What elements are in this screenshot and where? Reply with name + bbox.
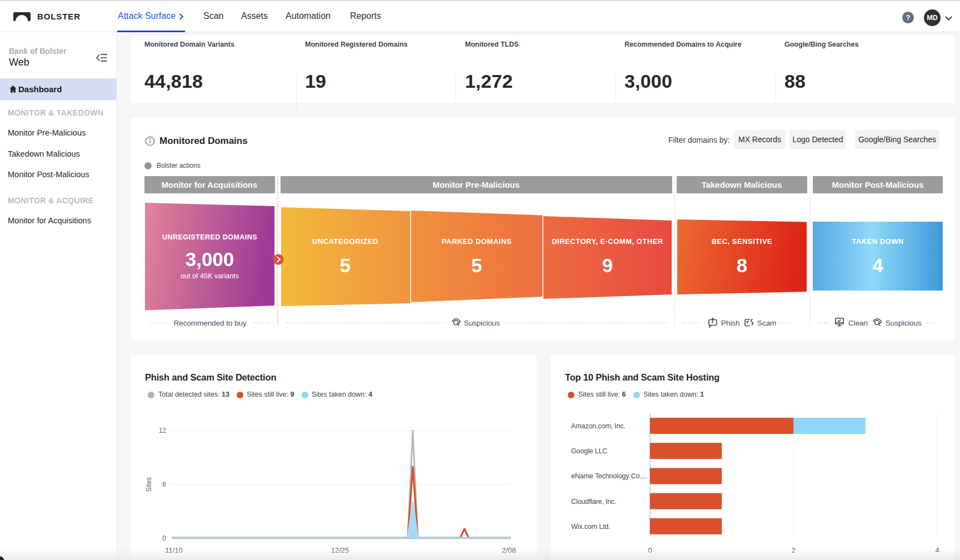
- svg-text:out of 45K variants: out of 45K variants: [181, 272, 239, 280]
- svg-text:0: 0: [648, 546, 652, 554]
- svg-text:4: 4: [935, 546, 939, 554]
- svg-text:Phish: Phish: [721, 319, 740, 327]
- svg-text:PARKED DOMAINS: PARKED DOMAINS: [442, 237, 512, 246]
- svg-text:Monitor for Acquisitions: Monitor for Acquisitions: [162, 180, 258, 189]
- svg-text:8: 8: [737, 254, 747, 276]
- svg-text:Wix.com Ltd.: Wix.com Ltd.: [571, 523, 610, 531]
- svg-text:Scam: Scam: [757, 319, 776, 327]
- svg-text:UNREGISTERED DOMAINS: UNREGISTERED DOMAINS: [162, 233, 257, 241]
- svg-text:eName Technology Co....: eName Technology Co....: [571, 472, 647, 480]
- svg-text:DIRECTORY, E-COMM, OTHER: DIRECTORY, E-COMM, OTHER: [552, 237, 663, 246]
- svg-text:Clean: Clean: [848, 319, 868, 327]
- svg-text:Sites: Sites: [145, 477, 153, 492]
- svg-text:2: 2: [791, 546, 795, 554]
- svg-text:Takedown Malicious: Takedown Malicious: [702, 180, 782, 189]
- svg-text:12/25: 12/25: [331, 546, 349, 554]
- svg-text:2/08: 2/08: [502, 546, 516, 554]
- svg-text:TAKEN DOWN: TAKEN DOWN: [852, 237, 904, 246]
- svg-text:Monitor Pre-Malicious: Monitor Pre-Malicious: [433, 180, 520, 189]
- svg-text:Suspicious: Suspicious: [886, 319, 922, 327]
- svg-text:5: 5: [471, 254, 482, 276]
- svg-text:6: 6: [162, 481, 166, 488]
- svg-text:Recommended to buy: Recommended to buy: [173, 319, 246, 327]
- svg-text:0: 0: [162, 534, 166, 542]
- svg-text:Cloudflare, Inc.: Cloudflare, Inc.: [571, 498, 617, 506]
- svg-text:Monitor Post-Malicious: Monitor Post-Malicious: [832, 180, 924, 189]
- svg-text:Amazon.com, Inc.: Amazon.com, Inc.: [571, 422, 626, 430]
- svg-text:3,000: 3,000: [186, 248, 234, 270]
- svg-text:Suspicious: Suspicious: [464, 319, 500, 327]
- svg-text:11/10: 11/10: [165, 546, 183, 554]
- svg-text:Google LLC: Google LLC: [571, 447, 607, 455]
- svg-text:9: 9: [602, 254, 613, 276]
- svg-text:BEC, SENSITIVE: BEC, SENSITIVE: [712, 237, 773, 246]
- svg-text:UNCATEGORIZED: UNCATEGORIZED: [312, 237, 378, 246]
- svg-text:12: 12: [159, 427, 167, 434]
- svg-text:5: 5: [340, 254, 351, 276]
- svg-text:4: 4: [872, 254, 883, 276]
